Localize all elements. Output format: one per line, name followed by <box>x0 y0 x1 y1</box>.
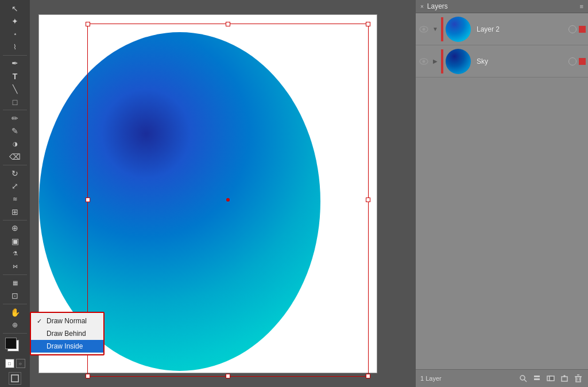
layer-color-bar-2 <box>441 17 443 41</box>
blob-brush-tool[interactable]: ◑ <box>7 138 22 150</box>
delete-layer-icon[interactable] <box>573 373 583 384</box>
line-tool[interactable]: ╲ <box>7 83 22 95</box>
toolbar-separator-6 <box>3 304 27 304</box>
toolbar: ↖ ✦ ⋆ ⌇ ✒ T ╲ □ ✏ ✎ ◑ ⌫ ↻ ⤢ ≋ ⊞ ⊕ ▣ ⚗ ⋈ … <box>0 0 30 387</box>
new-layer-from-selection-icon[interactable] <box>546 373 556 384</box>
pen-tool[interactable]: ✒ <box>7 57 22 69</box>
foreground-color-swatch[interactable] <box>5 338 17 349</box>
expand-icon-sky[interactable]: ▶ <box>432 58 439 65</box>
layer-options-sky <box>568 57 586 65</box>
layer-row-2[interactable]: ▼ Layer 2 <box>416 13 588 45</box>
toolbar-separator-5 <box>3 274 27 275</box>
svg-line-6 <box>524 380 527 382</box>
rotate-tool[interactable]: ↻ <box>7 167 22 179</box>
toolbar-separator-4 <box>3 220 27 220</box>
handle-top-middle[interactable] <box>226 22 230 26</box>
svg-rect-11 <box>562 377 567 381</box>
handle-middle-right[interactable] <box>366 198 370 202</box>
visibility-icon-sky[interactable] <box>418 56 430 67</box>
visibility-icon-layer2[interactable] <box>418 24 430 35</box>
layers-panel-header: × Layers ≡ <box>416 0 588 13</box>
expand-icon-layer2[interactable]: ▼ <box>432 26 439 33</box>
zoom-tool[interactable]: ⊕ <box>7 319 22 331</box>
fill-icon[interactable]: □ <box>5 359 14 368</box>
toolbar-separator-3 <box>3 165 27 165</box>
paintbrush-tool[interactable]: ✏ <box>7 112 22 124</box>
panel-close-btn[interactable]: × <box>420 3 424 10</box>
panel-header-left: × Layers <box>420 2 448 10</box>
magic-wand-tool[interactable]: ⋆ <box>7 28 22 40</box>
slice-tool[interactable]: ⊡ <box>7 290 22 302</box>
svg-rect-8 <box>534 378 540 380</box>
handle-top-right[interactable] <box>366 22 370 26</box>
layer-visibility-circle-2[interactable] <box>568 25 577 33</box>
svg-rect-0 <box>11 375 18 382</box>
draw-normal-option[interactable]: ✓ Draw Normal <box>31 315 103 327</box>
footer-icons <box>518 373 583 384</box>
svg-rect-10 <box>550 376 554 381</box>
handle-bottom-middle[interactable] <box>226 374 230 378</box>
svg-rect-14 <box>576 377 581 382</box>
draw-mode-area <box>9 372 21 385</box>
layer-color-square-2[interactable] <box>579 26 586 33</box>
chart-tool[interactable]: ▦ <box>7 277 22 289</box>
svg-point-2 <box>423 28 425 30</box>
hand-tool[interactable]: ✋ <box>7 306 22 318</box>
eraser-tool[interactable]: ⌫ <box>7 151 22 163</box>
color-mode-icons: □ ○ <box>5 359 25 368</box>
new-layer-icon[interactable] <box>559 373 570 384</box>
draw-normal-btn[interactable] <box>9 372 21 385</box>
layers-content: ▼ Layer 2 ▶ <box>416 13 588 369</box>
draw-behind-option[interactable]: Draw Behind <box>31 327 103 340</box>
type-tool[interactable]: T <box>7 70 22 82</box>
handle-bottom-right[interactable] <box>366 374 370 378</box>
eyedropper-tool[interactable]: ⚗ <box>7 247 22 260</box>
checkmark-icon: ✓ <box>37 318 44 325</box>
layer-row-sky[interactable]: ▶ Sky <box>416 45 588 78</box>
free-transform-tool[interactable]: ⊞ <box>7 206 22 218</box>
layer-options-2 <box>568 25 586 33</box>
layers-footer: 1 Layer <box>416 369 588 387</box>
layer-count-label: 1 Layer <box>420 375 442 382</box>
gradient-tool[interactable]: ▣ <box>7 235 22 247</box>
layer-name-sky: Sky <box>473 57 566 65</box>
panel-menu-btn[interactable]: ≡ <box>580 3 583 10</box>
pencil-tool[interactable]: ✎ <box>7 125 22 137</box>
selection-tool[interactable]: ↖ <box>7 2 22 14</box>
stroke-icon[interactable]: ○ <box>16 359 25 368</box>
lasso-tool[interactable]: ⌇ <box>7 41 22 53</box>
handle-bottom-left[interactable] <box>86 374 90 378</box>
warp-tool[interactable]: ≋ <box>7 193 22 205</box>
svg-point-4 <box>423 60 425 63</box>
layer-thumbnail-sky <box>446 49 471 74</box>
scale-tool[interactable]: ⤢ <box>7 180 22 192</box>
shape-builder-tool[interactable]: ⊕ <box>7 222 22 234</box>
toolbar-separator-2 <box>3 110 27 110</box>
color-swatches <box>5 338 25 355</box>
blend-tool[interactable]: ⋈ <box>7 261 22 273</box>
handle-top-left[interactable] <box>86 22 90 26</box>
draw-mode-popup: ✓ Draw Normal Draw Behind Draw Inside <box>30 312 105 355</box>
toolbar-separator-1 <box>3 55 27 56</box>
svg-rect-7 <box>534 376 540 377</box>
svg-point-5 <box>520 376 525 380</box>
layer-comp-icon[interactable] <box>532 373 542 384</box>
right-panel: × Layers ≡ ▼ Layer 2 <box>416 0 588 387</box>
shape-tool[interactable]: □ <box>7 96 22 108</box>
layer-thumbnail-2 <box>446 17 471 42</box>
toolbar-separator-7 <box>3 333 27 334</box>
layer-name-2: Layer 2 <box>473 25 566 33</box>
direct-selection-tool[interactable]: ✦ <box>7 15 22 27</box>
layer-color-square-sky[interactable] <box>579 58 586 65</box>
search-layers-icon[interactable] <box>518 373 528 384</box>
layer-visibility-circle-sky[interactable] <box>568 57 577 65</box>
layers-panel-title: Layers <box>427 2 448 10</box>
draw-inside-option[interactable]: Draw Inside <box>31 340 103 353</box>
layer-color-bar-sky <box>441 49 443 73</box>
